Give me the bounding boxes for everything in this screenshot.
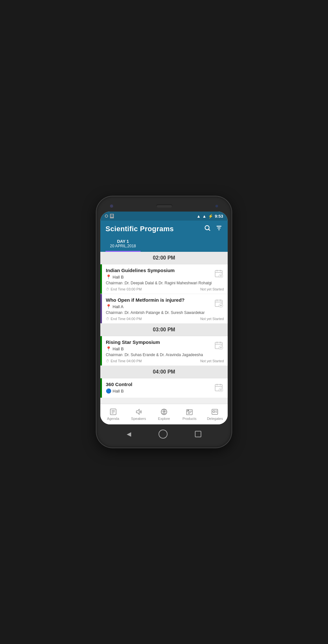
agenda-icon	[109, 408, 117, 416]
time-header-2: 03:00 PM	[100, 324, 228, 336]
session-location-1: 📍 Hall B	[106, 274, 224, 279]
session-location-3: 📍 Hall B	[106, 346, 224, 351]
filter-icon[interactable]	[215, 224, 223, 233]
status-time: 9:53	[215, 214, 223, 219]
status-badge-2: Not yet Started	[200, 317, 224, 321]
main-content: 02:00 PM Indian Guidelines Symposium 📍 H…	[100, 252, 228, 404]
status-left-icons	[105, 214, 114, 218]
calendar-add-btn-4[interactable]	[213, 382, 224, 393]
status-badge-1: Not yet Started	[200, 287, 224, 291]
nav-label-speakers: Speakers	[131, 417, 146, 421]
phone-shell: ▲ ▲ ⚡ 9:53 Scientific Programs	[96, 196, 232, 448]
nav-item-speakers[interactable]: Speakers	[126, 404, 151, 424]
location-pin-icon-3: 📍	[106, 346, 111, 351]
session-footer-3: ⏱ End Time 04:00 PM Not yet Started	[106, 359, 224, 363]
back-button[interactable]: ◀	[127, 431, 131, 438]
nav-item-delegates[interactable]: Delegates	[202, 404, 228, 424]
end-time-3: ⏱ End Time 04:00 PM	[106, 359, 142, 363]
clock-icon-2: ⏱	[106, 317, 109, 321]
delegates-icon	[211, 408, 219, 416]
nav-item-agenda[interactable]: Agenda	[100, 404, 126, 424]
calendar-add-btn-1[interactable]	[213, 268, 224, 279]
svg-point-44	[188, 410, 189, 411]
phone-bottom-bar: ◀	[100, 426, 228, 442]
speakers-icon	[135, 408, 142, 416]
products-icon	[186, 408, 193, 416]
location-pin-icon-1: 📍	[106, 274, 111, 279]
end-time-1: ⏱ End Time 03:00 PM	[106, 287, 142, 291]
session-chairman-3: Chairman :Dr. Suhas Erande & Dr. Aravind…	[106, 353, 224, 357]
bottom-nav: Agenda Speakers 米	[100, 404, 228, 424]
front-camera-lens	[215, 205, 218, 207]
header-action-icons	[204, 224, 223, 233]
session-title-4: 360 Control	[106, 382, 224, 387]
nav-label-explore: Explore	[158, 417, 170, 421]
calendar-add-btn-2[interactable]	[213, 297, 224, 309]
location-pin-icon-2: 📍	[106, 304, 111, 309]
session-title-2: Who Open if Metformin is injured?	[106, 297, 224, 303]
status-bar: ▲ ▲ ⚡ 9:53	[100, 212, 228, 221]
nav-item-products[interactable]: Products	[177, 404, 202, 424]
session-title-3: Rising Star Symposium	[106, 339, 224, 345]
session-location-2: 📍 Hall A	[106, 304, 224, 309]
time-header-3: 04:00 PM	[100, 366, 228, 378]
session-footer-2: ⏱ End Time 04:00 PM Not yet Started	[106, 317, 224, 321]
explore-icon: 米	[160, 408, 168, 416]
day-tab[interactable]: DAY 1 20 APRIL,2018	[105, 237, 141, 252]
nav-label-agenda: Agenda	[107, 417, 119, 421]
recents-button[interactable]	[195, 431, 201, 437]
search-icon[interactable]	[204, 224, 211, 233]
session-title-1: Indian Guidelines Symposium	[106, 268, 224, 273]
location-pin-filled-icon-4: 🔵	[106, 388, 111, 393]
session-footer-1: ⏱ End Time 03:00 PM Not yet Started	[106, 287, 224, 291]
app-header: Scientific Programs	[100, 221, 228, 252]
end-time-2: ⏱ End Time 04:00 PM	[106, 317, 142, 321]
svg-rect-42	[187, 410, 192, 415]
status-right-icons: ▲ ▲ ⚡ 9:53	[196, 214, 223, 219]
header-top-row: Scientific Programs	[105, 224, 223, 233]
svg-line-1	[209, 229, 210, 231]
screen: ▲ ▲ ⚡ 9:53 Scientific Programs	[100, 212, 228, 424]
status-circle-icon	[105, 214, 108, 218]
svg-point-0	[205, 226, 209, 230]
session-card-1[interactable]: Indian Guidelines Symposium 📍 Hall B Cha…	[100, 264, 228, 294]
session-card-4[interactable]: 360 Control 🔵 Hall B	[100, 378, 228, 398]
wifi-icon: ▲	[196, 214, 201, 219]
battery-icon: ⚡	[208, 214, 213, 219]
speaker-grille	[156, 204, 172, 208]
front-camera	[110, 204, 113, 208]
signal-icon: ▲	[202, 214, 206, 219]
day-number: DAY 1	[110, 239, 136, 244]
phone-top-bar	[100, 202, 228, 210]
app-title: Scientific Programs	[105, 225, 174, 233]
time-header-1: 02:00 PM	[100, 252, 228, 264]
nav-item-explore[interactable]: 米 Explore	[151, 404, 177, 424]
clock-icon-3: ⏱	[106, 359, 109, 363]
svg-marker-37	[136, 409, 139, 414]
day-date: 20 APRIL,2018	[110, 244, 136, 248]
clock-icon-1: ⏱	[106, 287, 109, 291]
status-badge-3: Not yet Started	[200, 359, 224, 363]
session-card-2[interactable]: Who Open if Metformin is injured? 📍 Hall…	[100, 294, 228, 323]
nav-label-delegates: Delegates	[207, 417, 223, 421]
svg-point-48	[213, 411, 215, 412]
session-location-4: 🔵 Hall B	[106, 388, 224, 393]
session-chairman-1: Chairman :Dr. Deepak Dalal & Dr. Ragini …	[106, 281, 224, 285]
session-chairman-2: Chairman :Dr. Ambrish Patange & Dr. Sure…	[106, 310, 224, 315]
nav-label-products: Products	[183, 417, 196, 421]
home-button[interactable]	[159, 430, 168, 439]
svg-text:米: 米	[163, 410, 166, 413]
session-card-3[interactable]: Rising Star Symposium 📍 Hall B Chairman …	[100, 336, 228, 365]
calendar-add-btn-3[interactable]	[213, 339, 224, 351]
